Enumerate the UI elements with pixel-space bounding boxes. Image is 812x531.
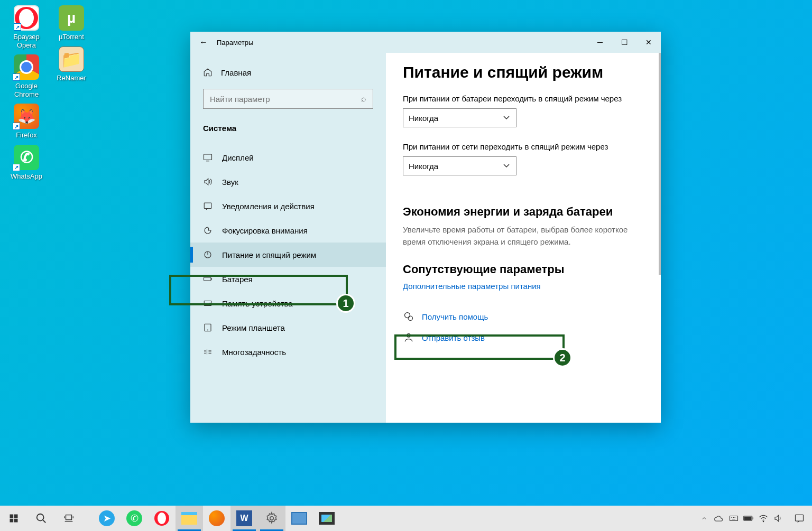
plugged-sleep-select[interactable]: Никогда — [403, 156, 516, 175]
feedback-icon — [403, 332, 414, 343]
tray-chevron[interactable] — [697, 506, 712, 531]
home-label: Главная — [221, 68, 251, 77]
nav-notifications[interactable]: Уведомления и действия — [190, 194, 386, 218]
nav-battery[interactable]: Батарея — [190, 267, 386, 291]
nav-label: Многозадачность — [222, 348, 286, 357]
search-input[interactable] — [210, 95, 361, 104]
taskbar-photos[interactable] — [313, 506, 340, 531]
cloud-icon — [714, 515, 724, 522]
nav-label: Батарея — [222, 275, 253, 284]
desktop-icon-whatsapp[interactable]: ↗ WhatsApp — [5, 145, 48, 181]
taskbar-explorer[interactable] — [176, 506, 203, 531]
desktop-icon-label: Браузер Opera — [13, 33, 40, 49]
start-button[interactable] — [0, 506, 27, 531]
link-text: Дополнительные параметры питания — [403, 282, 541, 291]
back-button[interactable]: ← — [190, 38, 217, 47]
window-title: Параметры — [217, 39, 588, 46]
taskbar: ➤ ✆ W — [0, 506, 812, 531]
section-label: Система — [190, 119, 386, 137]
get-help-link[interactable]: Получить помощь — [403, 311, 644, 322]
svg-rect-0 — [204, 154, 212, 160]
chrome-icon: ↗ — [14, 54, 39, 80]
app-icon — [291, 512, 307, 525]
nav-display[interactable]: Дисплей — [190, 145, 386, 170]
chevron-up-icon — [701, 515, 707, 521]
svg-point-5 — [210, 303, 211, 304]
search-icon — [35, 513, 47, 524]
svg-point-7 — [208, 330, 208, 330]
battery-icon — [203, 274, 213, 284]
storage-icon — [203, 299, 213, 308]
search-icon: ⌕ — [361, 94, 366, 104]
desktop-icon-utorrent[interactable]: µ µTorrent — [50, 5, 93, 41]
battery-icon — [743, 515, 754, 522]
windows-icon — [8, 513, 19, 524]
desktop-icon-renamer[interactable]: ReNamer — [50, 46, 93, 82]
tray-input[interactable] — [726, 506, 741, 531]
nav-power[interactable]: Питание и спящий режим — [190, 243, 386, 267]
nav-tablet[interactable]: Режим планшета — [190, 315, 386, 340]
taskbar-telegram[interactable]: ➤ — [93, 506, 121, 531]
taskbar-settings[interactable] — [258, 506, 285, 531]
send-feedback-link[interactable]: Отправить отзыв — [403, 332, 644, 343]
desktop-icon-label: ReNamer — [57, 74, 86, 82]
search-box[interactable]: ⌕ — [203, 89, 373, 109]
desktop-icon-label: µTorrent — [59, 33, 84, 41]
minimize-button[interactable]: ─ — [588, 32, 612, 53]
search-button[interactable] — [27, 506, 55, 531]
renamer-icon — [59, 46, 84, 72]
taskbar-whatsapp[interactable]: ✆ — [121, 506, 148, 531]
link-text: Отправить отзыв — [422, 333, 485, 342]
settings-window: ← Параметры ─ ☐ ✕ Главная ⌕ Система Дисп… — [190, 32, 661, 423]
scrollbar[interactable] — [659, 53, 661, 275]
svg-point-8 — [405, 313, 410, 318]
tray-volume[interactable] — [771, 506, 786, 531]
taskbar-word[interactable]: W — [230, 506, 258, 531]
nav-sound[interactable]: Звук — [190, 170, 386, 194]
tablet-icon — [203, 323, 213, 332]
desktop-icon-label: WhatsApp — [11, 172, 42, 181]
tray-wifi[interactable] — [756, 506, 771, 531]
taskbar-opera[interactable] — [148, 506, 176, 531]
taskbar-app[interactable] — [285, 506, 313, 531]
saver-description: Увеличьте время работы от батареи, выбра… — [403, 224, 644, 248]
plugged-sleep-label: При питании от сети переходить в спящий … — [403, 142, 644, 151]
saver-heading: Экономия энергии и заряда батареи — [403, 205, 644, 219]
nav-focus[interactable]: Фокусировка внимания — [190, 218, 386, 243]
firefox-icon: ↗ — [14, 104, 39, 129]
desktop-icon-firefox[interactable]: ↗ Firefox — [5, 104, 48, 139]
word-icon: W — [236, 510, 252, 526]
desktop-icon-chrome[interactable]: ↗ Google Chrome — [5, 54, 48, 98]
close-button[interactable]: ✕ — [636, 32, 661, 53]
maximize-button[interactable]: ☐ — [612, 32, 636, 53]
notifications-button[interactable] — [787, 506, 812, 531]
svg-point-13 — [270, 517, 274, 520]
multitask-icon — [203, 347, 213, 357]
tray-onedrive[interactable] — [712, 506, 726, 531]
titlebar: ← Параметры ─ ☐ ✕ — [190, 32, 661, 53]
battery-sleep-select[interactable]: Никогда — [403, 108, 516, 127]
task-view-button[interactable] — [55, 506, 82, 531]
svg-rect-1 — [204, 203, 211, 209]
nav-multitask[interactable]: Многозадачность — [190, 340, 386, 364]
svg-rect-12 — [66, 515, 72, 520]
nav-storage[interactable]: Память устройства — [190, 291, 386, 315]
nav-label: Уведомления и действия — [222, 202, 315, 211]
nav-label: Дисплей — [222, 153, 254, 162]
svg-point-17 — [763, 521, 764, 522]
taskbar-firefox[interactable] — [203, 506, 230, 531]
home-button[interactable]: Главная — [190, 63, 386, 81]
notifications-icon — [203, 201, 213, 211]
help-icon — [403, 311, 414, 322]
photos-icon — [319, 512, 335, 525]
additional-power-link[interactable]: Дополнительные параметры питания — [403, 282, 644, 291]
tray-battery[interactable] — [741, 506, 756, 531]
desktop-icon-opera[interactable]: ↗ Браузер Opera — [5, 5, 48, 49]
desktop-icon-label: Firefox — [16, 131, 37, 139]
whatsapp-icon: ↗ — [14, 145, 39, 170]
content-pane: Питание и спящий режим При питании от ба… — [386, 53, 661, 423]
focus-icon — [203, 226, 213, 235]
opera-icon: ↗ — [14, 5, 39, 31]
nav-label: Память устройства — [222, 299, 293, 308]
svg-rect-14 — [730, 516, 738, 521]
